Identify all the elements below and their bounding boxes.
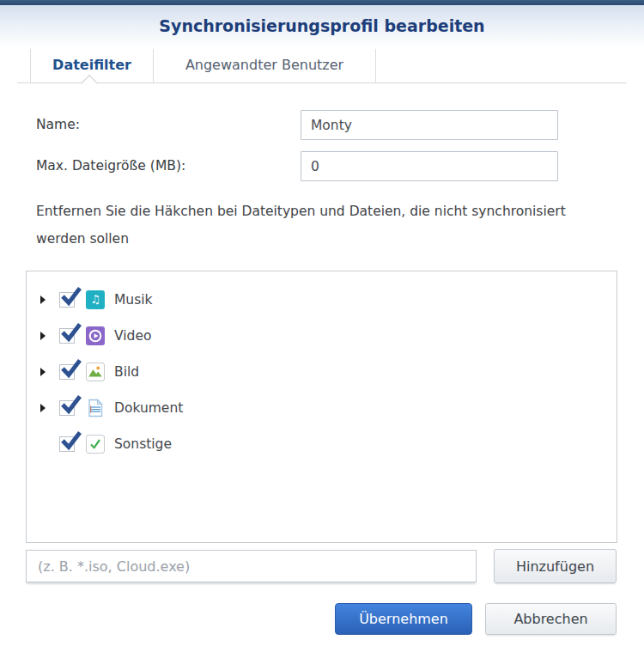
- tree-item-label: Video: [114, 328, 151, 344]
- dokument-checkbox[interactable]: [59, 400, 75, 416]
- expand-arrow-icon[interactable]: [40, 365, 52, 379]
- edit-sync-profile-dialog: Synchronisierungsprofil bearbeiten Datei…: [0, 0, 644, 646]
- max-size-label: Max. Dateigröße (MB):: [36, 151, 185, 181]
- checkmark-icon: [60, 322, 82, 343]
- sonstige-checkbox[interactable]: [59, 436, 75, 452]
- max-size-input[interactable]: [301, 151, 558, 181]
- expand-arrow-icon[interactable]: [40, 329, 52, 343]
- expand-arrow-icon[interactable]: [40, 293, 52, 307]
- filter-pattern-input[interactable]: [26, 550, 477, 582]
- document-icon: [86, 399, 105, 417]
- add-button[interactable]: Hinzufügen: [494, 549, 617, 583]
- tree-row-bild[interactable]: Bild: [27, 354, 617, 390]
- bild-checkbox[interactable]: [59, 364, 75, 380]
- tree-row-video[interactable]: Video: [27, 318, 617, 354]
- name-input[interactable]: [301, 110, 558, 140]
- tab-bar: Dateifilter Angewandter Benutzer: [0, 47, 644, 82]
- dialog-title: Synchronisierungsprofil bearbeiten: [0, 5, 644, 47]
- name-label: Name:: [36, 110, 80, 140]
- checkmark-icon: [60, 286, 82, 307]
- tree-row-musik[interactable]: ♫ Musik: [27, 282, 617, 318]
- musik-checkbox[interactable]: [59, 292, 75, 308]
- instructions-text: Entfernen Sie die Häkchen bei Dateitypen…: [36, 198, 567, 253]
- checkmark-icon: [60, 430, 82, 451]
- tab-separator: [375, 49, 376, 82]
- image-icon: [86, 363, 105, 381]
- file-type-tree: ♫ Musik Video: [26, 271, 617, 543]
- tree-row-dokument[interactable]: Dokument: [27, 390, 617, 426]
- checkmark-icon: [60, 394, 82, 415]
- tree-item-label: Musik: [114, 292, 153, 308]
- cancel-button[interactable]: Abbrechen: [485, 603, 617, 635]
- music-icon: ♫: [86, 290, 105, 309]
- tab-divider-line: [17, 82, 627, 83]
- apply-button[interactable]: Übernehmen: [335, 603, 472, 635]
- video-checkbox[interactable]: [59, 328, 75, 344]
- tree-item-label: Bild: [114, 364, 139, 380]
- expand-arrow-icon[interactable]: [40, 401, 52, 415]
- dialog-header: Synchronisierungsprofil bearbeiten: [0, 5, 644, 47]
- tree-item-label: Dokument: [114, 400, 183, 416]
- tree-row-sonstige[interactable]: Sonstige: [27, 426, 617, 462]
- tree-item-label: Sonstige: [114, 436, 172, 452]
- checkmark-icon: [60, 358, 82, 379]
- tab-applied-user[interactable]: Angewandter Benutzer: [154, 47, 375, 82]
- video-icon: [86, 326, 105, 345]
- other-icon: [86, 435, 105, 454]
